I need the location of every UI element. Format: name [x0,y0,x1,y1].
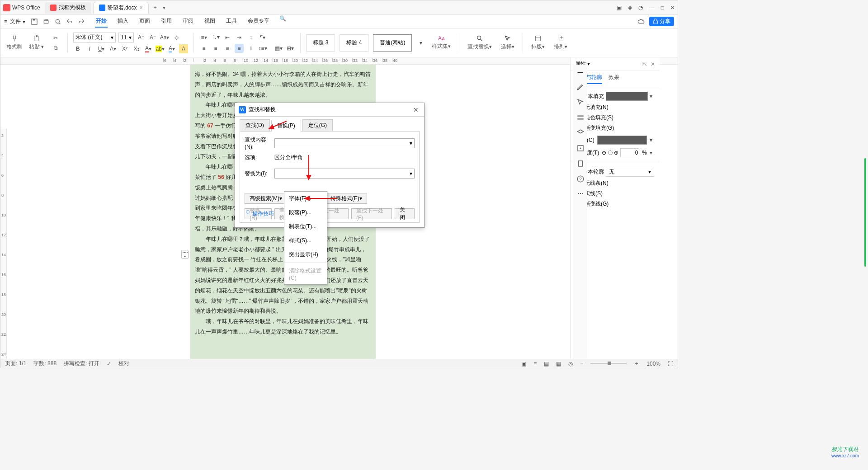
style-heading4[interactable]: 标题 4 [340,34,368,52]
close-button[interactable]: 关闭 [395,208,415,219]
cut-icon[interactable]: ✂ [51,33,60,42]
menu-page[interactable]: 页面 [138,15,151,28]
tab-templates[interactable]: 找稻壳模板 [45,2,91,14]
radio-no-line[interactable]: 无线条(N) [576,179,654,187]
italic-icon[interactable]: I [85,44,94,53]
increase-font-icon[interactable]: A⁺ [137,33,146,42]
shading-icon[interactable]: A▾ [167,44,176,53]
hamburger-icon[interactable]: ≡ [4,19,7,25]
cursor-icon[interactable] [576,98,585,106]
section-text-outline[interactable]: ▾文本轮廓 无▾ [576,167,654,177]
align-left-icon[interactable]: ≡ [199,44,208,53]
outline-select[interactable]: 无▾ [606,167,654,177]
menu-highlight[interactable]: 突出显示(H) [284,248,327,262]
more-icon[interactable]: ⋯ [578,190,583,197]
close-window-icon[interactable]: ✕ [670,5,675,11]
fill-swatch[interactable] [606,92,648,101]
search-icon[interactable]: 🔍 [279,15,286,28]
menu-paragraph[interactable]: 段落(P)... [284,206,327,220]
file-menu[interactable]: 文件▾ [10,18,25,25]
menu-view[interactable]: 视图 [203,15,216,28]
tab-document[interactable]: 盼望着.docx × [93,2,149,14]
outdent-icon[interactable]: ⇤ [223,33,232,42]
radio-gradient-line[interactable]: 渐变线(G) [576,200,654,208]
menu-tools[interactable]: 工具 [225,15,238,28]
menu-font[interactable]: 字体(F)... [284,192,327,206]
bold-icon[interactable]: B [73,44,82,53]
redo-icon[interactable] [78,18,85,25]
drag-handle-icon[interactable] [181,250,189,259]
subscript-icon[interactable]: X₂ [132,44,141,53]
menu-tabstop[interactable]: 制表位(T)... [284,220,327,234]
vertical-ruler[interactable]: 246810121416182022242628 [0,129,7,359]
radio-no-fill[interactable]: 无填充(N) [576,103,654,111]
copy-icon[interactable]: ⧉ [51,43,60,52]
find-next-button[interactable]: 查找下一处(F) [351,208,392,219]
nav-icon[interactable] [576,144,585,152]
distribute-icon[interactable]: ⫴ [246,44,255,53]
line-spacing-icon[interactable]: ↕≡▾ [258,44,267,53]
menu-style[interactable]: 样式(S)... [284,234,327,248]
close-icon[interactable]: ✕ [411,106,420,113]
align-right-icon[interactable]: ≡ [223,44,232,53]
proof-status[interactable]: 校对 [118,360,129,367]
pencil-icon[interactable] [576,83,585,91]
new-tab-icon[interactable]: ＋ [151,4,160,11]
change-case-icon[interactable]: Aa▾ [160,33,169,42]
transparency-value[interactable] [620,148,639,157]
phonetic-icon[interactable]: A [179,44,188,53]
radio-solid-line[interactable]: 实线(S) [576,190,654,197]
settings-icon[interactable] [576,113,585,122]
menu-reference[interactable]: 引用 [160,15,173,28]
clear-format-icon[interactable]: ◇ [172,33,181,42]
zoom-slider[interactable] [590,363,627,364]
replace-input[interactable]: ▾ [274,169,415,179]
tab-find[interactable]: 查找(D) [240,119,270,131]
spellcheck-status[interactable]: 拼写检查: 打开 [64,360,99,367]
window-tile-icon[interactable]: ▣ [617,5,622,11]
align-center-icon[interactable]: ≡ [211,44,220,53]
save-icon[interactable] [31,18,38,25]
style-normal[interactable]: 普通(网站) [373,34,412,52]
font-combo[interactable]: 宋体 (正文)▾ [73,33,116,42]
advanced-search-button[interactable]: 高级搜索(M) ▾ [245,193,287,204]
color-swatch[interactable] [597,136,647,145]
marks-icon[interactable]: ¶▾ [258,33,267,42]
align-justify-icon[interactable]: ≡ [235,44,244,53]
format-painter[interactable]: 格式刷 [5,35,24,50]
arrange-btn[interactable]: 排列▾ [551,35,570,51]
view-outline-icon[interactable]: ≡ [533,361,537,367]
close-icon[interactable]: × [139,5,142,11]
strike-icon[interactable]: A▾ [108,44,118,53]
print-icon[interactable] [42,18,50,25]
sort-icon[interactable]: ↕ [246,33,255,42]
menu-home[interactable]: 开始 [95,15,108,28]
tab-effects[interactable]: 效果 [609,74,619,84]
dialog-titlebar[interactable]: W 查找和替换 ✕ [235,103,424,117]
decrease-font-icon[interactable]: A⁻ [148,33,157,42]
size-combo[interactable]: 11▾ [118,33,134,42]
find-replace[interactable]: 查找替换▾ [465,35,495,51]
borders-icon[interactable]: ⊞▾ [286,44,295,53]
tips-link[interactable]: 操作技巧 [245,211,274,217]
tab-replace[interactable]: 替换(P) [271,120,301,132]
bullets-icon[interactable]: ≡▾ [199,33,208,42]
underline-icon[interactable]: U▾ [97,44,106,53]
print-preview-icon[interactable] [54,18,61,25]
paste[interactable]: 粘贴 ▾ [27,35,46,51]
tab-goto[interactable]: 定位(G) [302,119,333,131]
special-button[interactable]: 特殊格式(E)▾ [326,193,367,204]
close-icon[interactable]: ✕ [651,61,655,67]
pin-icon[interactable]: ⇱ [642,61,647,67]
section-text-fill[interactable]: ▾文本填充 ▾ [576,92,654,101]
view-web-icon[interactable]: ▤ [544,361,549,367]
radio-solid-fill[interactable]: 纯色填充(S) [576,114,654,122]
avatar-icon[interactable]: ◔ [638,5,643,11]
focus-icon[interactable]: ◎ [568,361,573,367]
style-heading3[interactable]: 标题 3 [306,34,335,52]
minimize-icon[interactable]: — [649,5,655,11]
view-read-icon[interactable]: ▦ [556,361,561,367]
indent-icon[interactable]: ⇥ [235,33,244,42]
font-color-icon[interactable]: A▾ [144,44,153,53]
para-shading-icon[interactable]: ▦▾ [274,44,283,53]
